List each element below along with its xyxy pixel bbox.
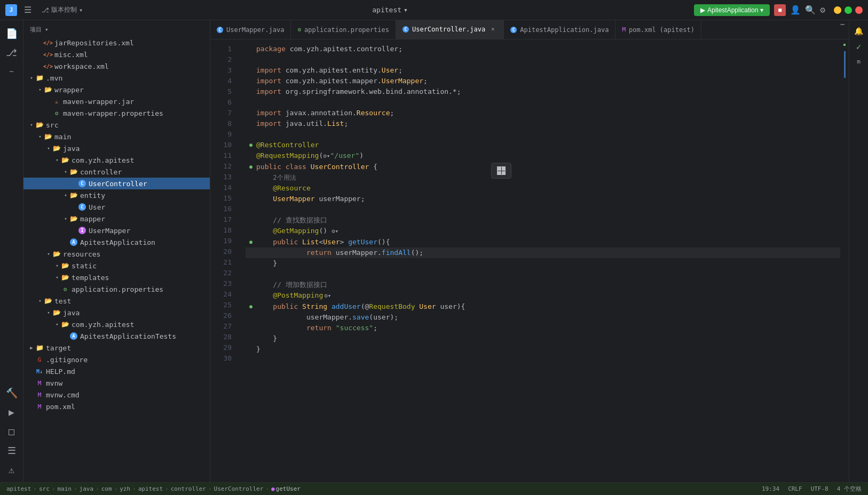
tab-close-tab3[interactable]: × [488,25,497,34]
tree-arrow-target[interactable]: ▶ [28,344,35,352]
breadcrumb-item-0[interactable]: apitest [6,485,31,492]
tree-icon-entity: 📂 [69,191,78,199]
tab-tab5[interactable]: Mpom.xml (apitest) [616,20,701,39]
tree-arrow-test[interactable]: ▾ [36,297,44,305]
tree-item-jarRepositories[interactable]: </>jarRepositories.xml [23,37,210,49]
tree-item-misc[interactable]: </>misc.xml [23,49,210,60]
search-icon[interactable]: 🔍 [805,5,816,15]
tree-item-maven-wrapper-props[interactable]: ⚙maven-wrapper.properties [23,107,210,119]
tree-item-ApitestApplication[interactable]: AApitestApplication [23,236,210,248]
notifications-icon[interactable]: 🔔 [852,25,865,37]
tree-label-src: src [46,121,58,129]
tree-item-templates[interactable]: ▾📂templates [23,272,210,283]
breadcrumb-item-4[interactable]: com [101,485,112,492]
code-line-2 [246,54,840,65]
breadcrumb-item-7[interactable]: controller [171,485,206,492]
activity-run[interactable]: ▶ [3,403,20,420]
tab-tab2[interactable]: ⚙application.properties [291,20,396,39]
tree-item-ApitestApplicationTests[interactable]: AApitestApplicationTests [23,330,210,342]
activity-vcs[interactable]: ⎇ [3,44,20,61]
status-line-ending[interactable]: CRLF [788,485,802,492]
maximize-button[interactable] [845,6,852,14]
tab-label-tab3: UserController.java [412,26,485,33]
breadcrumb-item-5[interactable]: yzh [120,485,130,492]
tree-arrow-mvn[interactable]: ▾ [28,74,35,82]
tree-item-test-java[interactable]: ▾📂java [23,307,210,318]
main-area: 📄 ⎇ ⋯ 🔨 ▶ □ ☰ ⚠ 项目 ▾ </>jarRepositori [0,20,868,482]
tree-item-application-props[interactable]: ⚙application.properties [23,283,210,295]
breadcrumb-item-3[interactable]: java [80,485,94,492]
menu-button[interactable]: ☰ [21,4,34,17]
activity-problems[interactable]: ⚠ [3,461,20,478]
tree-item-java[interactable]: ▾📂java [23,142,210,154]
tree-arrow-templates[interactable]: ▾ [53,274,61,281]
tree-item-mvnw-cmd[interactable]: Mmvnw.cmd [23,389,210,401]
tab-icon-tab4: C [510,26,517,34]
activity-git[interactable]: □ [3,422,20,440]
tree-item-main[interactable]: ▾📂main [23,131,210,142]
tree-item-mapper[interactable]: ▾📂mapper [23,213,210,225]
tree-item-target[interactable]: ▶📁target [23,342,210,354]
tree-item-wrapper[interactable]: ▾📂wrapper [23,84,210,95]
tab-tab4[interactable]: CApitestApplication.java [504,20,616,39]
tree-arrow-mapper[interactable]: ▾ [62,215,69,222]
status-charset[interactable]: UTF-8 [811,485,828,492]
tree-item-controller[interactable]: ▾📂controller [23,166,210,178]
checkmark-icon[interactable]: ✓ [854,39,864,54]
file-tree-header[interactable]: 项目 ▾ [23,22,210,37]
breadcrumb-item-8[interactable]: UserController [214,485,264,492]
tab-tab1[interactable]: CUserMapper.java [210,20,291,39]
tree-item-pom[interactable]: Mpom.xml [23,401,210,412]
activity-search[interactable]: ⋯ [3,63,20,80]
code-area[interactable]: package com.yzh.apitest.controller; impo… [237,39,840,482]
stop-button[interactable]: ■ [774,4,786,16]
tree-item-com-yzh-apitest[interactable]: ▾📂com.yzh.apitest [23,154,210,166]
breadcrumb-item-2[interactable]: main [57,485,72,492]
tree-item-src[interactable]: ▾📂src [23,119,210,131]
tab-tab3[interactable]: CUserController.java× [396,20,504,39]
tree-item-mvn[interactable]: ▾📁.mvn [23,72,210,84]
activity-todo[interactable]: ☰ [3,442,20,459]
tree-arrow-entity[interactable]: ▾ [62,191,69,199]
tree-item-User[interactable]: CUser [23,201,210,213]
activity-build[interactable]: 🔨 [3,384,20,401]
run-button[interactable]: ▶ ApitestApplication ▾ [694,4,770,16]
code-line-13: 2个用法 [246,172,840,183]
tree-arrow-resources[interactable]: ▾ [45,250,52,258]
tree-item-UserController[interactable]: CUserController [23,178,210,189]
status-indent[interactable]: 4 个空格 [837,485,862,493]
tree-item-UserMapper[interactable]: IUserMapper [23,225,210,236]
tab-more-button[interactable]: ⋯ [836,20,849,39]
close-button[interactable] [855,6,863,14]
vcs-dropdown[interactable]: ⎇ 版本控制 ▾ [38,4,86,15]
tree-arrow-wrapper[interactable]: ▾ [36,86,44,93]
tree-arrow-controller[interactable]: ▾ [62,168,69,175]
tree-arrow-src[interactable]: ▾ [28,121,35,129]
tree-item-mvnw[interactable]: Mmvnw [23,377,210,389]
vcs-label: 版本控制 [51,5,77,14]
breadcrumb-item-9[interactable]: ●getUser [271,485,301,492]
tree-item-workspace[interactable]: </>workspace.xml [23,60,210,72]
settings-icon[interactable]: ⚙ [820,5,825,15]
tree-arrow-com-yzh-apitest[interactable]: ▾ [53,156,61,164]
tree-arrow-test-java[interactable]: ▾ [45,309,52,316]
tree-item-maven-wrapper-jar[interactable]: ☕maven-wrapper.jar [23,95,210,107]
profile-icon[interactable]: 👤 [790,5,801,15]
tree-arrow-static[interactable]: ▾ [53,262,61,269]
tree-item-entity[interactable]: ▾📂entity [23,189,210,201]
tree-arrow-test-com-yzh[interactable]: ▾ [53,321,61,328]
tree-item-gitignore[interactable]: G.gitignore [23,354,210,365]
breadcrumb-item-6[interactable]: apitest [138,485,163,492]
tree-item-HELP[interactable]: M↓HELP.md [23,365,210,377]
tree-arrow-java[interactable]: ▾ [45,145,52,152]
project-dropdown[interactable]: apitest ▾ [372,6,408,14]
tree-item-test-com-yzh[interactable]: ▾📂com.yzh.apitest [23,318,210,330]
breadcrumb-sep-3: › [96,485,99,492]
tree-item-resources[interactable]: ▾📂resources [23,248,210,260]
tree-item-test[interactable]: ▾📂test [23,295,210,307]
activity-files[interactable]: 📄 [3,25,20,42]
breadcrumb-item-1[interactable]: src [39,485,50,492]
tree-arrow-main[interactable]: ▾ [36,133,44,140]
tree-item-static[interactable]: ▾📂static [23,260,210,272]
minimize-button[interactable] [834,6,841,14]
